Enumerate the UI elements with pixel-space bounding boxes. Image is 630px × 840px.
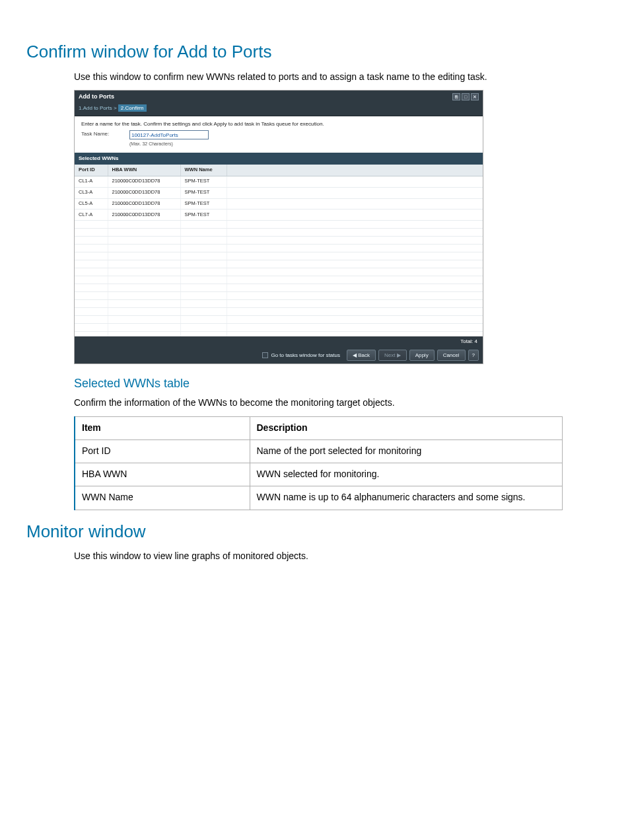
task-name-input[interactable] — [129, 130, 209, 139]
selected-wwns-header: Selected WWNs — [75, 153, 483, 165]
col-hba-wwn: HBA WWN — [108, 165, 180, 176]
help-button[interactable]: ? — [468, 350, 479, 362]
section-heading-monitor: Monitor window — [26, 519, 604, 545]
table-row-empty — [75, 276, 483, 284]
task-name-label: Task Name: — [81, 130, 118, 138]
table-row-empty — [75, 245, 483, 252]
def-row: Port IDName of the port selected for mon… — [75, 439, 563, 463]
table-row[interactable]: CL3-A210000C0DD13DD78SPM-TEST — [75, 187, 483, 198]
table-row-empty — [75, 292, 483, 300]
table-row-empty — [75, 308, 483, 316]
table-row-empty — [75, 284, 483, 292]
table-row-empty — [75, 324, 483, 332]
add-to-ports-dialog: Add to Ports ⎘ □ ✕ 1.Add to Ports > 2.Co… — [74, 90, 483, 364]
window-close-icon[interactable]: ✕ — [471, 93, 479, 100]
monitor-paragraph: Use this window to view line graphs of m… — [74, 549, 604, 562]
window-maximize-icon[interactable]: □ — [462, 93, 470, 100]
dialog-titlebar: Add to Ports ⎘ □ ✕ — [75, 91, 483, 103]
dialog-instruction: Enter a name for the task. Confirm the s… — [75, 116, 483, 131]
task-name-hint: (Max. 32 Characters) — [129, 141, 209, 147]
section-heading-confirm: Confirm window for Add to Ports — [26, 40, 604, 65]
intro-paragraph: Use this window to confirm new WWNs rela… — [74, 70, 604, 83]
selected-wwns-description: Confirm the information of the WWNs to b… — [74, 396, 604, 409]
table-row-empty — [75, 268, 483, 276]
wizard-breadcrumb: 1.Add to Ports > 2.Confirm — [75, 103, 483, 116]
table-row-empty — [75, 332, 483, 336]
apply-button[interactable]: Apply — [409, 350, 435, 362]
cancel-button[interactable]: Cancel — [437, 350, 466, 362]
definition-table: Item Description Port IDName of the port… — [74, 416, 563, 510]
next-button: Next ▶ — [378, 350, 407, 362]
table-row[interactable]: CL1-A210000C0DD13DD78SPM-TEST — [75, 176, 483, 187]
def-row: HBA WWNWWN selected for monitoring. — [75, 463, 563, 486]
table-row-empty — [75, 300, 483, 308]
def-row: WWN NameWWN name is up to 64 alphanumeri… — [75, 486, 563, 510]
table-row-empty — [75, 237, 483, 245]
dialog-title: Add to Ports — [79, 93, 114, 101]
table-row[interactable]: CL5-A210000C0DD13DD78SPM-TEST — [75, 198, 483, 210]
def-head-item: Item — [75, 416, 250, 439]
table-row-empty — [75, 221, 483, 229]
table-row-empty — [75, 260, 483, 268]
table-row-empty — [75, 316, 483, 324]
breadcrumb-step-2: 2.Confirm — [118, 104, 147, 112]
breadcrumb-step-1[interactable]: 1.Add to Ports — [79, 105, 112, 111]
go-to-tasks-label: Go to tasks window for status — [271, 352, 340, 360]
table-row-empty — [75, 229, 483, 237]
col-wwn-name: WWN Name — [180, 165, 227, 176]
col-spacer — [227, 165, 483, 176]
checkbox-icon — [262, 352, 268, 358]
dialog-footer: Go to tasks window for status ◀ Back Nex… — [75, 347, 483, 364]
table-total: Total: 4 — [75, 336, 483, 347]
go-to-tasks-checkbox[interactable]: Go to tasks window for status — [262, 352, 340, 360]
table-row-empty — [75, 252, 483, 260]
table-row[interactable]: CL7-A210000C0DD13DD78SPM-TEST — [75, 210, 483, 221]
selected-wwns-table: Port ID HBA WWN WWN Name CL1-A210000C0DD… — [75, 165, 483, 336]
def-head-description: Description — [250, 416, 563, 439]
breadcrumb-separator: > — [114, 105, 117, 111]
selected-wwns-subheading: Selected WWNs table — [74, 375, 604, 392]
col-port-id: Port ID — [75, 165, 108, 176]
back-button[interactable]: ◀ Back — [347, 350, 376, 362]
window-pin-icon[interactable]: ⎘ — [452, 93, 460, 100]
